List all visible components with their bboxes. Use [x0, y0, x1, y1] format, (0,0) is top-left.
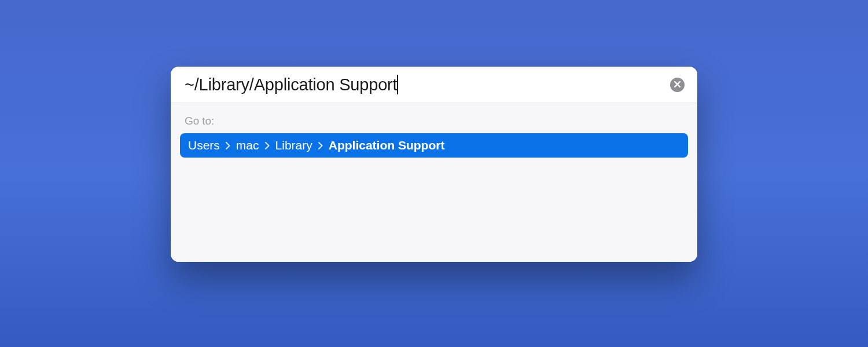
path-input[interactable]: ~/Library/Application Support: [185, 75, 663, 94]
goto-label: Go to:: [180, 115, 688, 127]
chevron-right-icon: [226, 142, 230, 149]
breadcrumb-segment: Application Support: [329, 138, 445, 152]
breadcrumb-segment: Users: [188, 138, 220, 152]
results-panel: Go to: Users mac Library Application Sup…: [171, 103, 697, 262]
close-icon: [674, 79, 681, 90]
path-input-row: ~/Library/Application Support: [171, 67, 697, 103]
text-cursor: [397, 75, 398, 94]
result-row[interactable]: Users mac Library Application Support: [180, 133, 688, 158]
breadcrumb-segment: Library: [275, 138, 312, 152]
breadcrumb-segment: mac: [236, 138, 259, 152]
chevron-right-icon: [318, 142, 323, 149]
go-to-folder-dialog: ~/Library/Application Support Go to: Use…: [171, 67, 697, 262]
clear-button[interactable]: [670, 78, 685, 92]
path-input-value: ~/Library/Application Support: [185, 75, 397, 94]
chevron-right-icon: [265, 142, 270, 149]
